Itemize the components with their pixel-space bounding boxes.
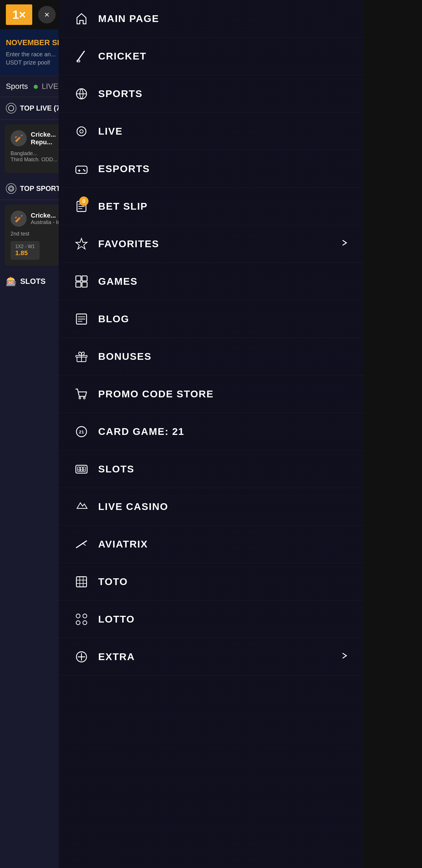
svg-text:21: 21 xyxy=(79,429,84,434)
menu-item-promo-code[interactable]: PROMO CODE STORE xyxy=(59,375,363,413)
menu-item-card-game[interactable]: 21 CARD GAME: 21 xyxy=(59,413,363,451)
odd-button-w1[interactable]: 1X2 - W1 1.85 xyxy=(10,241,39,260)
menu-item-esports[interactable]: ESPORTS xyxy=(59,150,363,188)
esports-icon xyxy=(73,161,89,177)
blog-icon xyxy=(73,311,89,327)
svg-text:$: $ xyxy=(78,468,79,471)
svg-point-7 xyxy=(77,127,86,136)
menu-item-live[interactable]: LIVE xyxy=(59,113,363,150)
lotto-icon xyxy=(73,611,89,627)
logo: 1× xyxy=(6,4,32,25)
live-indicator xyxy=(34,85,38,89)
tab-sports[interactable]: Sports xyxy=(6,82,28,91)
svg-text:$: $ xyxy=(83,468,85,471)
aviatrix-icon xyxy=(73,536,89,552)
chevron-extra xyxy=(340,652,349,662)
cart-icon xyxy=(73,386,89,402)
star-icon xyxy=(73,236,89,252)
svg-line-42 xyxy=(83,543,85,546)
menu-item-main-page[interactable]: MAIN PAGE xyxy=(59,0,363,37)
match-title-1: Cricke...Repu... xyxy=(31,131,56,146)
svg-point-0 xyxy=(8,105,14,111)
menu-container: MAIN PAGE CRICKET SPORTS LIVE ESPORTS BE… xyxy=(59,0,363,676)
logo-text: 1× xyxy=(12,8,26,22)
menu-item-cricket[interactable]: CRICKET xyxy=(59,37,363,75)
menu-label-bonuses: BONUSES xyxy=(98,351,152,362)
slots-icon: $ $ $ xyxy=(73,461,89,477)
menu-item-aviatrix[interactable]: AVIATRIX xyxy=(59,526,363,563)
svg-line-3 xyxy=(77,51,84,61)
svg-point-48 xyxy=(76,614,80,618)
team-flag-1: 🏏 xyxy=(10,130,27,146)
home-icon xyxy=(73,10,89,27)
menu-label-live: LIVE xyxy=(98,125,123,137)
live-icon xyxy=(73,123,89,139)
top-live-icon xyxy=(6,103,17,114)
menu-label-cricket: CRICKET xyxy=(98,51,147,62)
menu-label-live-casino: LIVE CASINO xyxy=(98,501,168,512)
menu-item-games[interactable]: GAMES xyxy=(59,263,363,300)
livecasino-icon xyxy=(73,498,89,515)
menu-item-bet-slip[interactable]: BET SLIP0 xyxy=(59,188,363,225)
menu-label-slots: SLOTS xyxy=(98,463,134,475)
svg-line-41 xyxy=(76,541,87,548)
team-flag-2: 🏏 xyxy=(10,211,27,227)
menu-item-toto[interactable]: TOTO xyxy=(59,563,363,600)
cricket-icon xyxy=(73,48,89,64)
menu-label-blog: BLOG xyxy=(98,313,129,324)
sidebar-menu: MAIN PAGE CRICKET SPORTS LIVE ESPORTS BE… xyxy=(59,0,363,868)
slots-label: SLOTS xyxy=(20,277,46,286)
chevron-favorites xyxy=(340,239,349,249)
menu-label-card-game: CARD GAME: 21 xyxy=(98,426,184,437)
svg-text:$: $ xyxy=(80,468,82,471)
match-info-1: Cricke...Repu... xyxy=(31,131,56,146)
svg-point-1 xyxy=(8,186,14,191)
ball-icon xyxy=(8,185,14,192)
svg-marker-18 xyxy=(75,238,87,249)
svg-rect-20 xyxy=(82,276,87,281)
menu-item-lotto[interactable]: LOTTO xyxy=(59,600,363,638)
card21-icon: 21 xyxy=(73,424,89,440)
svg-rect-22 xyxy=(82,282,87,287)
menu-label-lotto: LOTTO xyxy=(98,614,135,625)
gift-icon xyxy=(73,348,89,365)
svg-point-51 xyxy=(83,620,87,624)
menu-label-promo-code: PROMO CODE STORE xyxy=(98,388,214,400)
svg-point-30 xyxy=(79,397,80,399)
menu-label-sports: SPORTS xyxy=(98,88,143,99)
svg-rect-9 xyxy=(75,166,87,173)
svg-point-49 xyxy=(83,614,87,618)
menu-label-esports: ESPORTS xyxy=(98,163,150,175)
slots-icon: 🎰 xyxy=(6,276,17,286)
menu-item-extra[interactable]: EXTRA xyxy=(59,638,363,676)
toto-icon xyxy=(73,574,89,590)
games-icon xyxy=(73,273,89,289)
svg-point-12 xyxy=(83,169,85,170)
close-button[interactable]: × xyxy=(38,6,56,24)
sports-icon xyxy=(73,86,89,102)
svg-point-31 xyxy=(83,397,85,399)
menu-label-toto: TOTO xyxy=(98,576,128,587)
top-sport-label: TOP SPORT xyxy=(20,184,60,193)
menu-item-favorites[interactable]: FAVORITES xyxy=(59,225,363,263)
menu-item-live-casino[interactable]: LIVE CASINO xyxy=(59,488,363,526)
menu-label-aviatrix: AVIATRIX xyxy=(98,538,148,550)
svg-point-13 xyxy=(84,170,86,172)
tab-live[interactable]: LIVE xyxy=(34,82,58,91)
svg-point-8 xyxy=(80,130,83,133)
extra-icon xyxy=(73,649,89,665)
menu-label-games: GAMES xyxy=(98,276,138,287)
menu-badge-bet-slip: 0 xyxy=(79,196,89,206)
svg-point-50 xyxy=(76,620,80,624)
menu-item-slots[interactable]: $ $ $ SLOTS xyxy=(59,451,363,488)
circle-icon xyxy=(8,105,14,112)
menu-item-bonuses[interactable]: BONUSES xyxy=(59,338,363,375)
menu-label-main-page: MAIN PAGE xyxy=(98,13,159,24)
svg-rect-21 xyxy=(75,282,80,287)
top-sport-icon xyxy=(6,183,17,194)
svg-point-2 xyxy=(10,187,12,190)
menu-label-favorites: FAVORITES xyxy=(98,238,159,250)
menu-item-blog[interactable]: BLOG xyxy=(59,300,363,338)
menu-item-sports[interactable]: SPORTS xyxy=(59,75,363,113)
menu-label-bet-slip: BET SLIP xyxy=(98,200,148,212)
